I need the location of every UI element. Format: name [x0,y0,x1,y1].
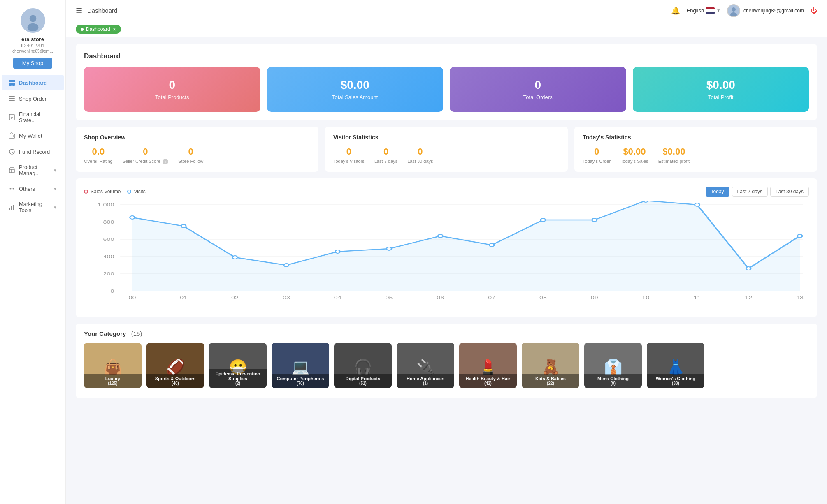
dashboard-heading: Dashboard [84,52,809,60]
store-name: era store [21,36,44,42]
stat-value: 0 [583,146,611,157]
my-shop-button[interactable]: My Shop [13,58,52,69]
breadcrumb-dot [81,28,84,31]
svg-point-61 [284,264,289,267]
sidebar: era store ID 4012791 chenwenjing85@gm...… [0,0,66,504]
category-name: Sports & Outdoors [148,376,202,381]
category-mens[interactable]: 👔 Mens Clothing (9) [584,343,642,388]
sidebar-item-marketing[interactable]: Marketing Tools ▼ [2,197,64,217]
user-info[interactable]: chenwenjing85@gmail.com [727,4,804,17]
stat-estimated-profit: $0.00 Estimated profit [658,146,690,164]
sidebar-item-product-manage[interactable]: Product Manag... ▼ [2,160,64,180]
stat-label: Last 7 days [374,159,397,164]
svg-marker-57 [132,201,800,291]
svg-rect-25 [11,206,12,210]
svg-rect-8 [9,98,15,99]
svg-rect-5 [9,83,12,86]
stat-last30: 0 Last 30 days [407,146,433,164]
svg-line-18 [12,152,13,153]
lang-label: English [687,7,704,14]
category-count: (15) [131,330,142,337]
dashboard-panel: Dashboard 0 Total Products $0.00 Total S… [76,44,817,120]
svg-rect-26 [13,205,14,210]
hamburger-icon[interactable]: ☰ [76,6,82,15]
svg-point-23 [13,188,14,190]
category-appliances[interactable]: 🔌 Home Appliances (1) [397,343,454,388]
sidebar-item-wallet[interactable]: My Wallet [2,128,64,143]
category-scroll[interactable]: 👜 Luxury (125) 🏈 Sports & Outdoors (40) … [84,343,809,391]
category-heading: Your Category [84,330,130,337]
svg-point-65 [489,243,494,247]
stat-value-products: 0 [92,79,252,92]
sidebar-item-label: Dashboard [19,80,47,86]
category-digital[interactable]: 🎧 Digital Products (51) [334,343,392,388]
stat-label-sales: Total Sales Amount [275,94,435,100]
svg-text:06: 06 [437,295,444,301]
today-stats: 0 Today's Order $0.00 Today's Sales $0.0… [583,146,809,164]
category-beauty[interactable]: 💄 Health Beauty & Hair (42) [459,343,517,388]
category-card: Your Category (15) 👜 Luxury (125) 🏈 Spor… [76,324,817,398]
sidebar-item-others[interactable]: Others ▼ [2,181,64,197]
category-item-count: (42) [461,381,515,386]
today-stats-panel: Today's Statistics 0 Today's Order $0.00… [574,127,817,172]
category-item-count: (1) [398,381,453,386]
category-womens[interactable]: 👗 Women's Clothing (33) [647,343,704,388]
category-epidemic[interactable]: 😷 Epidemic Prevention Supplies (2) [209,343,267,388]
store-id: ID 4012791 [21,43,44,48]
stat-card-orders: 0 Total Orders [450,67,626,112]
breadcrumb-tag: Dashboard × [76,25,121,34]
category-kids[interactable]: 🧸 Kids & Babies (22) [522,343,579,388]
category-overlay: Computer Peripherals (70) [272,374,329,388]
category-item-count: (2) [211,381,265,386]
bell-icon[interactable]: 🔔 [671,6,680,15]
svg-text:11: 11 [693,295,701,301]
svg-text:600: 600 [103,237,114,242]
stat-today-sales: $0.00 Today's Sales [620,146,648,164]
legend-dot-sales [84,190,88,194]
chart-btn-last30[interactable]: Last 30 days [770,187,809,197]
svg-text:0: 0 [110,289,114,294]
category-name: Mens Clothing [586,376,640,381]
category-computer[interactable]: 💻 Computer Peripherals (70) [272,343,329,388]
stat-value: 0 [123,146,168,157]
category-name: Kids & Babies [523,376,578,381]
svg-point-68 [643,201,648,202]
svg-text:09: 09 [591,295,598,301]
language-selector[interactable]: English ▼ [687,7,721,14]
category-luxury[interactable]: 👜 Luxury (125) [84,343,142,388]
close-icon[interactable]: × [113,26,116,32]
breadcrumb-label: Dashboard [86,26,110,32]
svg-text:1,000: 1,000 [98,202,114,208]
sidebar-item-financial[interactable]: Financial State... [2,107,64,127]
stat-today-order: 0 Today's Order [583,146,611,164]
legend-sales: Sales Volume [84,189,121,194]
info-icon[interactable]: i [163,159,168,164]
logout-icon[interactable]: ⏻ [811,7,817,14]
stat-overall-rating: 0.0 Overall Rating [84,146,113,164]
stat-value: 0 [407,146,433,157]
chart-svg: 1,000 800 600 400 200 0 00 01 02 03 04 0… [84,201,809,307]
stat-label: Overall Rating [84,159,113,164]
chevron-down-icon: ▼ [53,205,57,210]
svg-rect-7 [9,96,15,97]
category-item-count: (40) [148,381,202,386]
svg-text:10: 10 [642,295,650,301]
category-name: Digital Products [336,376,390,381]
stat-value: $0.00 [620,146,648,157]
svg-point-71 [797,234,802,238]
category-sports[interactable]: 🏈 Sports & Outdoors (40) [146,343,204,388]
category-name: Home Appliances [398,376,453,381]
chart-btn-last7[interactable]: Last 7 days [732,187,768,197]
svg-point-60 [232,256,237,259]
sidebar-item-fund-record[interactable]: Fund Record [2,144,64,160]
visitor-stats-panel: Visitor Statistics 0 Today's Visitors 0 … [325,127,568,172]
sidebar-item-shop-order[interactable]: Shop Order [2,91,64,106]
svg-rect-24 [9,208,10,210]
content: Dashboard 0 Total Products $0.00 Total S… [66,37,827,504]
sidebar-item-dashboard[interactable]: Dashboard [2,75,64,90]
stat-label: Store Follow [178,159,203,164]
svg-point-21 [10,188,11,190]
sidebar-item-label: Fund Record [19,149,50,155]
chart-btn-today[interactable]: Today [706,187,729,197]
topbar-right: 🔔 English ▼ chenwenjing85@gmail.com ⏻ [671,4,817,17]
